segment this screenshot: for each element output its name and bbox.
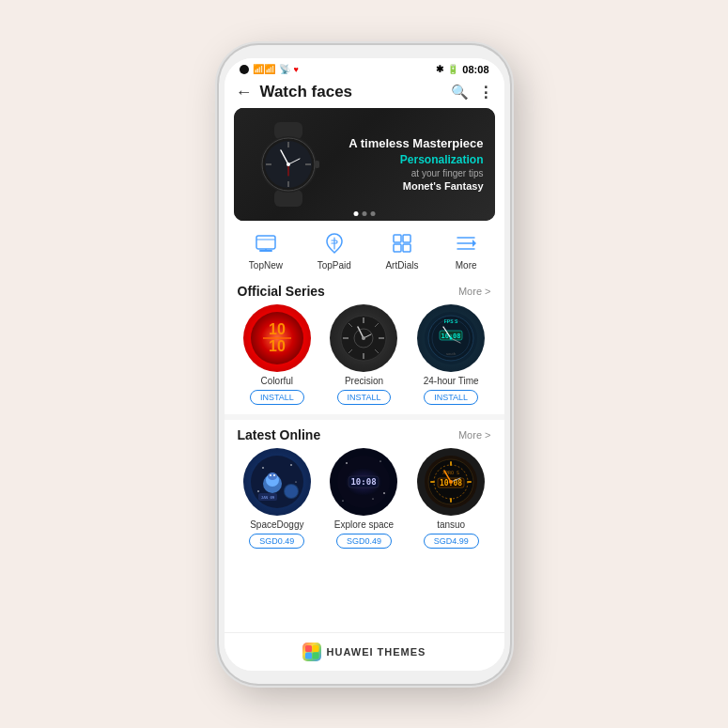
- svg-point-68: [380, 460, 381, 461]
- battery-icon: 🔋: [447, 64, 458, 74]
- svg-rect-14: [256, 236, 275, 249]
- tab-toppaid[interactable]: TopPaid: [318, 230, 351, 271]
- face-circle-explore[interactable]: 10:08: [330, 448, 397, 516]
- svg-rect-78: [450, 498, 452, 503]
- official-series-header: Official Series More >: [225, 276, 504, 304]
- face-item-explore: 10:08 Explore space SGD0.49: [330, 448, 397, 549]
- svg-point-12: [287, 163, 290, 166]
- health-icon: ♥: [294, 65, 299, 74]
- top-bar: ← Watch faces 🔍 ⋮: [225, 79, 504, 108]
- toppaid-label: TopPaid: [318, 260, 351, 271]
- svg-point-67: [347, 462, 349, 464]
- svg-rect-88: [312, 645, 318, 652]
- dot-3: [370, 211, 375, 216]
- svg-text:10: 10: [269, 321, 286, 337]
- brand-name: HUAWEI THEMES: [327, 646, 426, 658]
- face-label-tansuo: tansuo: [437, 519, 465, 530]
- install-btn-24hour[interactable]: INSTALL: [424, 390, 478, 405]
- top-icons: 🔍 ⋮: [451, 84, 493, 101]
- install-btn-precision[interactable]: INSTALL: [337, 390, 392, 405]
- bottom-brand: HUAWEI THEMES: [225, 632, 504, 671]
- face-item-24hour: FPS S south 10:08: [417, 304, 485, 405]
- svg-point-40: [362, 336, 365, 340]
- svg-point-86: [449, 480, 453, 484]
- price-btn-spacedoggy[interactable]: SGD0.49: [249, 534, 304, 549]
- tab-more[interactable]: More: [453, 230, 479, 271]
- svg-point-53: [290, 464, 292, 466]
- camera-dot: [240, 65, 249, 74]
- status-right: ✱ 🔋 08:08: [436, 64, 488, 75]
- signal-icon: 📶📶: [253, 64, 275, 74]
- bluetooth-icon: ✱: [436, 64, 443, 74]
- banner-watch-name: Monet's Fantasy: [347, 180, 484, 192]
- svg-rect-89: [305, 652, 312, 658]
- svg-point-55: [257, 490, 259, 492]
- price-btn-explore[interactable]: SGD0.49: [336, 534, 392, 549]
- banner-sub2: at your finger tips: [347, 168, 484, 178]
- face-circle-tansuo[interactable]: XPRO S 10:08: [417, 448, 485, 516]
- banner-sub1: Personalization: [347, 152, 484, 168]
- artdials-label: ArtDials: [385, 260, 418, 271]
- svg-text:south: south: [446, 351, 456, 356]
- svg-text:JAN 09: JAN 09: [261, 495, 275, 500]
- phone-frame: 📶📶 📡 ♥ ✱ 🔋 08:08 ← Watch faces 🔍 ⋮: [219, 45, 510, 684]
- status-left: 📶📶 📡 ♥: [240, 64, 299, 74]
- official-series-title: Official Series: [238, 284, 325, 299]
- latest-online-title: Latest Online: [238, 427, 321, 442]
- back-button[interactable]: ←: [236, 83, 253, 102]
- artdials-icon: [389, 230, 415, 256]
- face-item-tansuo: XPRO S 10:08 tansuo SGD4.99: [417, 448, 485, 549]
- tab-topnew[interactable]: TopNew: [249, 230, 283, 271]
- svg-point-69: [384, 492, 386, 494]
- huawei-icon: [302, 643, 321, 661]
- wifi-icon: 📡: [279, 64, 290, 74]
- banner-inner: A timeless Masterpiece Personalization a…: [234, 108, 495, 221]
- tab-artdials[interactable]: ArtDials: [385, 230, 418, 271]
- face-circle-colorful[interactable]: 10 10: [243, 304, 311, 372]
- topnew-icon: [253, 230, 279, 256]
- svg-rect-90: [312, 652, 318, 658]
- face-circle-24hour[interactable]: FPS S south 10:08: [417, 304, 485, 372]
- svg-rect-13: [315, 161, 319, 168]
- official-series-row: 10 10 Colorful INSTALL: [225, 304, 504, 414]
- more-icon: [453, 230, 479, 256]
- svg-point-60: [268, 472, 277, 480]
- svg-rect-19: [403, 235, 410, 242]
- svg-rect-79: [430, 481, 435, 483]
- topnew-label: TopNew: [249, 260, 283, 271]
- dot-1: [353, 211, 358, 216]
- search-icon[interactable]: 🔍: [451, 84, 469, 101]
- svg-rect-20: [394, 244, 401, 252]
- latest-online-row: JAN 09 SpaceDoggy SGD0.49: [225, 448, 504, 558]
- latest-online-header: Latest Online More >: [225, 420, 504, 448]
- time-display: 08:08: [462, 64, 488, 75]
- banner-text: A timeless Masterpiece Personalization a…: [335, 129, 495, 199]
- svg-point-52: [262, 467, 264, 469]
- latest-online-more[interactable]: More >: [458, 429, 491, 441]
- more-label: More: [456, 260, 477, 271]
- svg-point-57: [285, 485, 298, 498]
- svg-text:10:08: 10:08: [351, 477, 377, 487]
- svg-point-70: [343, 500, 344, 501]
- menu-icon[interactable]: ⋮: [478, 84, 493, 101]
- face-circle-spacedoggy[interactable]: JAN 09: [243, 448, 311, 516]
- page-title: Watch faces: [260, 83, 451, 101]
- banner: A timeless Masterpiece Personalization a…: [234, 108, 495, 221]
- svg-marker-22: [472, 240, 476, 247]
- svg-rect-18: [394, 235, 401, 242]
- svg-rect-77: [450, 461, 452, 466]
- svg-point-62: [273, 474, 275, 476]
- svg-point-71: [373, 498, 374, 499]
- face-circle-precision[interactable]: [330, 304, 397, 372]
- svg-point-50: [450, 336, 453, 339]
- face-item-spacedoggy: JAN 09 SpaceDoggy SGD0.49: [243, 448, 311, 549]
- official-series-more[interactable]: More >: [458, 286, 491, 297]
- face-label-colorful: Colorful: [261, 376, 293, 386]
- status-bar: 📶📶 📡 ♥ ✱ 🔋 08:08: [225, 58, 504, 79]
- face-label-24hour: 24-hour Time: [424, 376, 479, 386]
- scroll-content[interactable]: A timeless Masterpiece Personalization a…: [225, 108, 504, 632]
- price-btn-tansuo[interactable]: SGD4.99: [424, 534, 479, 549]
- face-label-precision: Precision: [345, 376, 383, 386]
- svg-text:10: 10: [269, 338, 286, 354]
- install-btn-colorful[interactable]: INSTALL: [250, 390, 304, 405]
